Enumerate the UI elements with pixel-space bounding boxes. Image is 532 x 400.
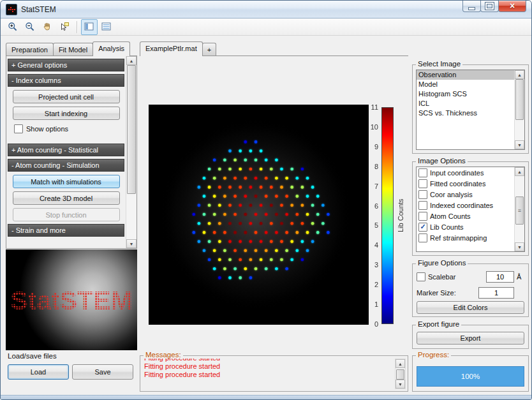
messages-scrollbar[interactable]: ▲ ▼	[395, 359, 406, 389]
image-option-row[interactable]: Atom Counts	[417, 211, 515, 221]
zoom-in-button[interactable]	[4, 19, 21, 35]
toggle-panel-list-button[interactable]	[98, 19, 115, 35]
save-button[interactable]: Save	[72, 364, 133, 380]
image-option-checkbox[interactable]	[418, 190, 427, 199]
zoom-out-button[interactable]	[22, 19, 38, 35]
colorbar-tick: 11	[355, 103, 378, 112]
data-cursor-button[interactable]	[56, 19, 73, 35]
minimize-button[interactable]	[462, 1, 481, 12]
select-image-item[interactable]: ICL	[417, 99, 515, 108]
panel-button[interactable]: Match with simulations	[13, 175, 120, 188]
image-option-label: Fitted coordinates	[430, 180, 485, 188]
progress-title: Progress:	[416, 351, 451, 359]
panel-button[interactable]: Start indexing	[13, 107, 120, 120]
load-button[interactable]: Load	[8, 364, 69, 380]
scalebar-row: Scalebar Å	[417, 271, 524, 283]
image-option-checkbox[interactable]	[418, 212, 427, 221]
scroll-up-icon[interactable]: ▲	[395, 359, 405, 368]
scalebar-label: Scalebar	[428, 273, 455, 281]
scroll-up-icon[interactable]: ▲	[515, 167, 524, 176]
micrograph-canvas[interactable]	[149, 105, 369, 325]
select-image-scrollbar[interactable]: ▲ ▼	[514, 70, 524, 149]
left-tab-analysis[interactable]: Analysis	[92, 41, 130, 56]
titlebar[interactable]: StatSTEM	[1, 1, 531, 19]
image-options-scrollbar[interactable]: ▲ ▼	[514, 167, 524, 251]
toggle-left-panel-button[interactable]	[81, 19, 98, 35]
app-icon	[6, 4, 17, 15]
scrollbar-thumb[interactable]	[515, 79, 524, 120]
show-options-row: Show options	[14, 124, 126, 133]
scroll-up-icon[interactable]: ▲	[126, 56, 137, 65]
toolbar-separator	[77, 21, 78, 33]
marker-size-row: Marker Size:	[417, 287, 524, 299]
scalebar-checkbox[interactable]	[417, 272, 425, 281]
panel-button[interactable]: Create 3D model	[13, 191, 120, 205]
scroll-down-icon[interactable]: ▼	[395, 380, 405, 389]
zoom-in-icon	[8, 22, 18, 32]
show-options-label: Show options	[26, 125, 68, 133]
scroll-up-icon[interactable]: ▲	[515, 70, 524, 79]
maximize-icon	[485, 3, 494, 10]
window-title: StatSTEM	[21, 5, 56, 14]
image-options-group: Image Options Input coordinatesFitted co…	[412, 161, 529, 256]
marker-size-input[interactable]	[478, 287, 514, 299]
image-option-checkbox[interactable]	[418, 201, 427, 210]
section-header[interactable]: - Index columns	[8, 74, 124, 87]
scrollbar-thumb[interactable]	[515, 196, 524, 225]
colorbar-tick: 4	[355, 241, 378, 249]
show-options-checkbox[interactable]	[14, 124, 23, 133]
section-header[interactable]: + General options	[8, 59, 124, 71]
maximize-button[interactable]	[480, 1, 499, 12]
colorbar-tick: 7	[355, 182, 378, 191]
colorbar-tick: 0	[355, 320, 378, 329]
image-options-title: Image Options	[416, 157, 468, 165]
section-header[interactable]: - Atom counting - Simulation	[8, 159, 124, 172]
left-tab-fit-model[interactable]: Fit Model	[53, 43, 93, 56]
image-option-label: Atom Counts	[430, 212, 471, 220]
left-tab-preparation[interactable]: Preparation	[6, 43, 54, 56]
window-bottom-frame	[1, 395, 531, 399]
panel-button[interactable]: Projected unit cell	[13, 90, 120, 103]
colorbar-tick: 3	[355, 260, 378, 269]
figure-options-title: Figure Options	[416, 259, 468, 267]
image-option-row[interactable]: Lib Counts	[417, 221, 515, 232]
pan-button[interactable]	[39, 19, 55, 35]
image-option-checkbox[interactable]	[418, 233, 427, 242]
section-header[interactable]: + Atom counting - Statistical	[8, 144, 124, 156]
scroll-down-icon[interactable]: ▼	[515, 242, 524, 251]
scroll-down-icon[interactable]: ▼	[515, 140, 524, 149]
scrollbar-thumb[interactable]	[127, 65, 136, 194]
select-image-item[interactable]: Histogram SCS	[417, 89, 515, 99]
colorbar-tick: 6	[355, 202, 378, 211]
image-option-row[interactable]: Ref strainmapping	[417, 232, 515, 243]
image-option-row[interactable]: Fitted coordinates	[417, 178, 515, 189]
scrollbar-thumb[interactable]	[396, 369, 404, 380]
select-image-title: Select Image	[416, 60, 462, 68]
panel-button: Stop function	[13, 208, 120, 221]
select-image-list: ObservationModelHistogram SCSICLSCS vs. …	[417, 70, 515, 149]
export-button[interactable]: Export	[417, 332, 524, 344]
panel-list-icon	[101, 22, 112, 31]
select-image-item[interactable]: Model	[417, 80, 515, 89]
messages-group: Messages: Fitting procedure startedFitti…	[140, 355, 408, 392]
document-tab[interactable]: ExamplePtIr.mat	[140, 41, 203, 56]
select-image-group: Select Image ObservationModelHistogram S…	[412, 64, 529, 154]
figure-options-group: Figure Options Scalebar Å Marker Size: E…	[412, 263, 529, 317]
image-option-row[interactable]: Indexed coordinates	[417, 200, 515, 211]
section-header[interactable]: - Strain and more	[8, 224, 124, 237]
image-option-row[interactable]: Coor analysis	[417, 189, 515, 200]
image-option-checkbox[interactable]	[418, 168, 427, 177]
scalebar-input[interactable]	[486, 271, 514, 283]
new-document-tab[interactable]: +	[202, 43, 216, 56]
image-option-row[interactable]: Input coordinates	[417, 167, 515, 178]
select-image-item[interactable]: Observation	[417, 70, 515, 80]
image-option-checkbox[interactable]	[418, 223, 427, 232]
left-panel-scrollbar[interactable]: ▲ ▼	[126, 56, 137, 248]
close-button[interactable]: ×	[498, 1, 526, 12]
select-image-item[interactable]: SCS vs. Thickness	[417, 108, 515, 118]
image-option-checkbox[interactable]	[418, 179, 427, 188]
image-option-label: Lib Counts	[430, 223, 464, 231]
scroll-down-icon[interactable]: ▼	[126, 239, 137, 248]
edit-colors-button[interactable]: Edit Colors	[417, 301, 524, 314]
logo-text: StatSTEM	[10, 286, 133, 315]
